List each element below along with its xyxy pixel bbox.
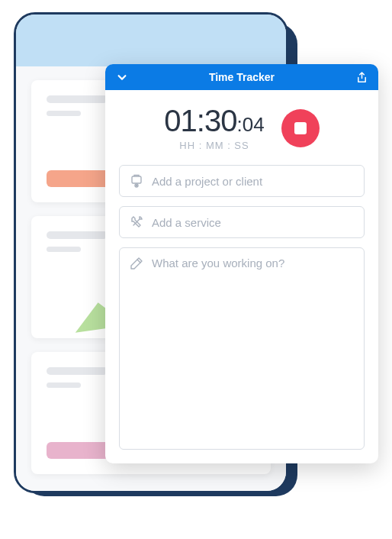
placeholder-line [47, 231, 108, 239]
chevron-down-icon[interactable] [116, 71, 128, 83]
service-field[interactable] [119, 206, 365, 238]
project-field[interactable] [119, 165, 365, 197]
placeholder-line [47, 111, 81, 116]
placeholder-line [47, 382, 81, 388]
tracker-title: Time Tracker [209, 71, 275, 83]
timer-format-label: HH : MM : SS [164, 140, 264, 151]
timer-display: 01:30:04 HH : MM : SS [164, 105, 264, 151]
input-group [105, 165, 378, 463]
tools-icon [130, 215, 143, 229]
project-input[interactable] [152, 175, 354, 188]
timer-seconds: :04 [236, 113, 264, 136]
notes-input[interactable] [152, 257, 354, 282]
tracker-header: Time Tracker [105, 64, 378, 90]
notes-field[interactable] [119, 247, 365, 450]
service-input[interactable] [152, 216, 354, 229]
briefcase-icon [130, 174, 143, 188]
time-tracker-widget: Time Tracker 01:30:04 HH : MM : SS [105, 64, 378, 463]
stop-button[interactable] [281, 109, 320, 147]
placeholder-line [47, 95, 108, 103]
svg-rect-0 [132, 176, 141, 183]
placeholder-line [47, 367, 108, 375]
timer-value: 01:30:04 [164, 105, 264, 137]
stop-icon [294, 122, 307, 134]
timer-section: 01:30:04 HH : MM : SS [105, 90, 378, 165]
timer-hours-minutes: 01:30 [164, 104, 236, 137]
pencil-icon [130, 257, 143, 270]
placeholder-line [47, 247, 81, 252]
phone-header-bar [16, 15, 286, 66]
share-icon[interactable] [355, 71, 368, 83]
